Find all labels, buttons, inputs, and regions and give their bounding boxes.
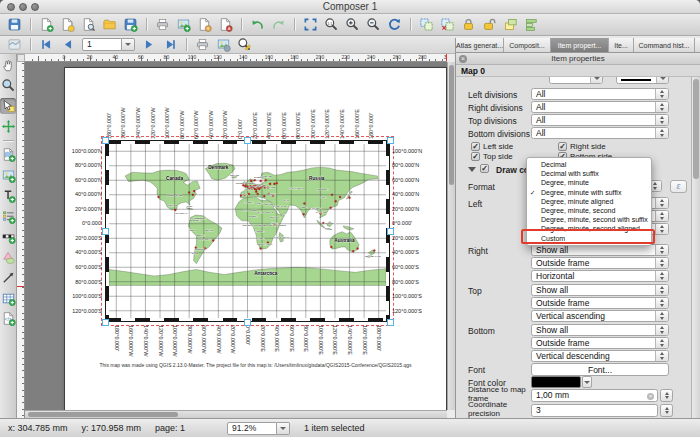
spinner-buttons[interactable] <box>655 338 668 348</box>
bottom-display-combo[interactable]: Show all <box>531 324 669 336</box>
duplicate-composition-icon[interactable] <box>58 16 77 34</box>
composition-manager-icon[interactable] <box>79 16 98 34</box>
add-new-map-icon[interactable] <box>0 147 16 163</box>
composer-canvas[interactable]: UNITED STATESMEXICOGUATEMALACUBACOLOMBIA… <box>25 62 447 410</box>
previous-feature-icon[interactable] <box>58 36 77 54</box>
export-atlas-icon[interactable] <box>214 36 233 54</box>
zoom-in-icon[interactable] <box>343 16 362 34</box>
top-display-combo[interactable]: Show all <box>531 284 669 296</box>
refresh-view-icon[interactable] <box>385 16 404 34</box>
draw-coordinates-checkbox[interactable]: ✓ <box>480 164 492 173</box>
atlas-page-value[interactable]: 1 <box>82 38 122 51</box>
minimize-window-button[interactable] <box>19 3 27 11</box>
zoom-tool-icon[interactable] <box>0 78 16 94</box>
grid-marker-style-combo[interactable] <box>616 77 669 84</box>
unlock-items-icon[interactable] <box>480 16 499 34</box>
tab-composit---[interactable]: Composit... <box>504 38 551 52</box>
right-side-checkbox[interactable]: ✓Right side <box>558 142 606 151</box>
add-arrow-icon[interactable] <box>0 270 16 286</box>
selection-handle[interactable] <box>244 137 251 144</box>
distance-to-map-frame-field[interactable]: 1,00 mm <box>531 389 658 402</box>
menu-item-degree--minute[interactable]: Degree, minute <box>527 178 651 187</box>
export-as-image-icon[interactable] <box>174 16 193 34</box>
spinner-buttons[interactable] <box>655 102 668 112</box>
bottom-position-combo[interactable]: Outside frame <box>531 337 669 349</box>
export-as-svg-icon[interactable]: S <box>195 16 214 34</box>
dropdown-arrow-icon[interactable] <box>656 77 668 83</box>
first-feature-icon[interactable] <box>37 36 56 54</box>
spinner-buttons[interactable] <box>655 224 668 234</box>
menu-item-custom[interactable]: Custom <box>527 234 651 243</box>
right-display-combo[interactable]: Show all <box>531 244 669 256</box>
top-side-checkbox[interactable]: ✓Top side <box>471 152 513 161</box>
zoom-actual-size-icon[interactable]: 1:1 <box>322 16 341 34</box>
map-item[interactable]: UNITED STATESMEXICOGUATEMALACUBACOLOMBIA… <box>105 140 390 322</box>
save-project-icon[interactable] <box>5 16 24 34</box>
zoom-window-button[interactable] <box>31 3 39 11</box>
atlas-preview-icon[interactable] <box>5 36 24 54</box>
add-new-label-icon[interactable] <box>0 188 16 204</box>
zoom-full-icon[interactable] <box>301 16 320 34</box>
group-items-icon[interactable] <box>417 16 436 34</box>
spinner-buttons[interactable] <box>655 271 668 281</box>
zoom-level-value[interactable]: 91.2% <box>227 422 277 435</box>
selection-handle[interactable] <box>102 319 109 326</box>
hscroll-thumb[interactable] <box>28 412 178 417</box>
spinner-buttons[interactable] <box>655 128 668 138</box>
zoom-dropdown-icon[interactable] <box>277 422 290 435</box>
panel-scroll-thumb[interactable] <box>693 79 699 179</box>
move-item-content-tool-icon[interactable] <box>0 119 16 135</box>
spinner-buttons[interactable] <box>655 298 668 308</box>
atlas-page-dropdown-icon[interactable] <box>122 38 135 51</box>
canvas-hscrollbar[interactable] <box>25 410 447 418</box>
next-feature-icon[interactable] <box>140 36 159 54</box>
zoom-level-combo[interactable]: 91.2% <box>227 422 290 435</box>
selection-handle[interactable] <box>244 319 251 326</box>
menu-item-degree--minute-aligned[interactable]: Degree, minute aligned <box>527 197 651 206</box>
selection-handle[interactable] <box>102 228 109 235</box>
right-position-combo[interactable]: Outside frame <box>531 257 669 269</box>
align-items-icon[interactable] <box>522 16 541 34</box>
coordinate-precision-field[interactable]: 3 <box>531 404 658 417</box>
pan-tool-icon[interactable] <box>0 57 16 73</box>
export-as-pdf-icon[interactable]: A <box>216 16 235 34</box>
vscroll-thumb[interactable] <box>449 65 454 185</box>
font-button[interactable]: Font... <box>531 363 669 376</box>
canvas-vscrollbar[interactable] <box>447 62 455 410</box>
spinner-buttons[interactable] <box>655 115 668 125</box>
precision-spinner[interactable] <box>660 404 673 417</box>
selection-handle[interactable] <box>387 137 394 144</box>
right-direction-combo[interactable]: Horizontal <box>531 270 669 282</box>
spinner-buttons[interactable] <box>655 285 668 295</box>
left-divisions-combo[interactable]: All <box>531 88 669 100</box>
print-icon[interactable] <box>153 16 172 34</box>
menu-item-degree--minute-with-suffix[interactable]: Degree, minute with suffix✓ <box>527 188 651 197</box>
panel-scrollbar[interactable] <box>691 77 700 418</box>
spinner-buttons[interactable] <box>655 311 668 321</box>
selection-handle[interactable] <box>387 228 394 235</box>
spinner-buttons[interactable] <box>655 325 668 335</box>
checkbox-icon[interactable]: ✓ <box>471 152 480 161</box>
undo-icon[interactable] <box>248 16 267 34</box>
distance-spinner[interactable] <box>660 389 673 402</box>
menu-item-degree--minute--second[interactable]: Degree, minute, second <box>527 206 651 215</box>
bottom-direction-combo[interactable]: Vertical descending <box>531 350 669 362</box>
font-color-swatch[interactable] <box>531 376 581 388</box>
composition-page[interactable]: UNITED STATESMEXICOGUATEMALACUBACOLOMBIA… <box>64 67 447 410</box>
tab-item-propert---[interactable]: Item propert... <box>551 38 609 52</box>
add-new-scalebar-icon[interactable] <box>0 229 16 245</box>
menu-item-decimal[interactable]: Decimal <box>527 160 651 169</box>
menu-item-degree--minute--second-aligned[interactable]: Degree, minute, second aligned <box>527 224 651 233</box>
selection-handle[interactable] <box>387 319 394 326</box>
last-feature-icon[interactable] <box>161 36 180 54</box>
menu-item-decimal-with-suffix[interactable]: Decimal with suffix <box>527 169 651 178</box>
dropdown-arrow-icon[interactable] <box>590 77 602 83</box>
raise-items-icon[interactable] <box>501 16 520 34</box>
new-composition-icon[interactable] <box>37 16 56 34</box>
checkbox-icon[interactable]: ✓ <box>471 142 480 151</box>
right-divisions-combo[interactable]: All <box>531 101 669 113</box>
load-from-template-icon[interactable] <box>100 16 119 34</box>
left-side-checkbox[interactable]: ✓Left side <box>471 142 513 151</box>
lock-items-icon[interactable] <box>459 16 478 34</box>
clear-field-icon[interactable] <box>647 393 654 400</box>
